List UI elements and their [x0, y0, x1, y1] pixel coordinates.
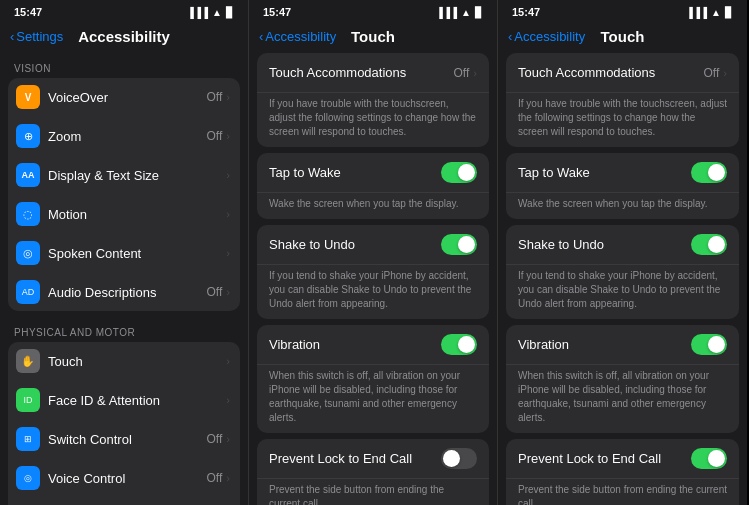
- status-icons-1: ▐▐▐ ▲ ▊: [187, 7, 234, 18]
- tap-to-wake-toggle-3[interactable]: [691, 162, 727, 183]
- back-label-1: Settings: [16, 29, 63, 44]
- wifi-icon-2: ▲: [461, 7, 471, 18]
- tap-to-wake-card: Tap to Wake Wake the screen when you tap…: [257, 153, 489, 219]
- shake-to-undo-card-3: Shake to Undo If you tend to shake your …: [506, 225, 739, 319]
- time-2: 15:47: [263, 6, 291, 18]
- touch-accommodations-card: Touch Accommodations Off › If you have t…: [257, 53, 489, 147]
- signal-icon-2: ▐▐▐: [436, 7, 457, 18]
- prevent-lock-row-3[interactable]: Prevent Lock to End Call: [506, 439, 739, 479]
- touch-accommodations-desc: If you have trouble with the touchscreen…: [257, 93, 489, 147]
- shake-to-undo-card: Shake to Undo If you tend to shake your …: [257, 225, 489, 319]
- list-item[interactable]: AA Display & Text Size ›: [8, 156, 240, 195]
- motion-label: Motion: [48, 207, 226, 222]
- signal-icon: ▐▐▐: [187, 7, 208, 18]
- spoken-icon: ◎: [16, 241, 40, 265]
- tap-to-wake-desc: Wake the screen when you tap the display…: [257, 193, 489, 219]
- back-button-2[interactable]: ‹ Accessibility: [259, 29, 336, 44]
- shake-to-undo-toggle[interactable]: [441, 234, 477, 255]
- list-item[interactable]: ID Face ID & Attention ›: [8, 381, 240, 420]
- touch-label: Touch: [48, 354, 226, 369]
- page-title-2: Touch: [351, 28, 395, 45]
- tap-to-wake-card-3: Tap to Wake Wake the screen when you tap…: [506, 153, 739, 219]
- list-item[interactable]: AD Audio Descriptions Off ›: [8, 273, 240, 311]
- prevent-lock-toggle-3[interactable]: [691, 448, 727, 469]
- vibration-label-3: Vibration: [518, 337, 691, 352]
- prevent-lock-desc: Prevent the side button from ending the …: [257, 479, 489, 505]
- touch-scroll-2: Touch Accommodations Off › If you have t…: [249, 53, 497, 505]
- vibration-row-3[interactable]: Vibration: [506, 325, 739, 365]
- signal-icon-3: ▐▐▐: [686, 7, 707, 18]
- list-item[interactable]: ◎ Voice Control Off ›: [8, 459, 240, 498]
- touch-accommodations-value-3: Off: [704, 66, 720, 80]
- vision-items-group: V VoiceOver Off › ⊕ Zoom Off › AA Displa…: [8, 78, 240, 311]
- tap-to-wake-label-3: Tap to Wake: [518, 165, 691, 180]
- battery-icon-3: ▊: [725, 7, 733, 18]
- status-bar-1: 15:47 ▐▐▐ ▲ ▊: [0, 0, 248, 22]
- vibration-toggle-3[interactable]: [691, 334, 727, 355]
- wifi-icon-3: ▲: [711, 7, 721, 18]
- spoken-label: Spoken Content: [48, 246, 226, 261]
- battery-icon: ▊: [226, 7, 234, 18]
- shake-to-undo-desc-3: If you tend to shake your iPhone by acci…: [506, 265, 739, 319]
- nav-header-1: ‹ Settings Accessibility: [0, 22, 248, 53]
- vibration-row[interactable]: Vibration: [257, 325, 489, 365]
- tap-to-wake-desc-3: Wake the screen when you tap the display…: [506, 193, 739, 219]
- vibration-toggle[interactable]: [441, 334, 477, 355]
- chevron-icon: ›: [226, 433, 230, 445]
- back-label-3: Accessibility: [514, 29, 585, 44]
- switch-value: Off: [207, 432, 223, 446]
- shake-to-undo-row-3[interactable]: Shake to Undo: [506, 225, 739, 265]
- audio-desc-value: Off: [207, 285, 223, 299]
- list-item[interactable]: ▌ Side Button ›: [8, 498, 240, 505]
- switch-label: Switch Control: [48, 432, 207, 447]
- prevent-lock-label: Prevent Lock to End Call: [269, 451, 441, 466]
- back-button-3[interactable]: ‹ Accessibility: [508, 29, 585, 44]
- shake-to-undo-toggle-3[interactable]: [691, 234, 727, 255]
- status-bar-2: 15:47 ▐▐▐ ▲ ▊: [249, 0, 497, 22]
- shake-to-undo-row[interactable]: Shake to Undo: [257, 225, 489, 265]
- list-item[interactable]: ⊞ Switch Control Off ›: [8, 420, 240, 459]
- tap-to-wake-toggle[interactable]: [441, 162, 477, 183]
- status-bar-3: 15:47 ▐▐▐ ▲ ▊: [498, 0, 747, 22]
- tap-to-wake-row-3[interactable]: Tap to Wake: [506, 153, 739, 193]
- vibration-desc: When this switch is off, all vibration o…: [257, 365, 489, 433]
- display-icon: AA: [16, 163, 40, 187]
- chevron-icon: ›: [226, 208, 230, 220]
- touch-accommodations-row-3[interactable]: Touch Accommodations Off ›: [506, 53, 739, 93]
- touch-icon: ✋: [16, 349, 40, 373]
- status-icons-3: ▐▐▐ ▲ ▊: [686, 7, 733, 18]
- settings-list-1: VISION V VoiceOver Off › ⊕ Zoom Off › AA…: [0, 53, 248, 505]
- nav-header-3: ‹ Accessibility Touch: [498, 22, 747, 53]
- prevent-lock-row[interactable]: Prevent Lock to End Call: [257, 439, 489, 479]
- prevent-lock-card: Prevent Lock to End Call Prevent the sid…: [257, 439, 489, 505]
- list-item[interactable]: V VoiceOver Off ›: [8, 78, 240, 117]
- back-button-1[interactable]: ‹ Settings: [10, 29, 63, 44]
- voice-label: Voice Control: [48, 471, 207, 486]
- touch-scroll-3: Touch Accommodations Off › If you have t…: [498, 53, 747, 505]
- back-chevron-3: ‹: [508, 29, 512, 44]
- page-title-3: Touch: [601, 28, 645, 45]
- touch-accommodations-card-3: Touch Accommodations Off › If you have t…: [506, 53, 739, 147]
- page-title-1: Accessibility: [78, 28, 170, 45]
- voiceover-icon: V: [16, 85, 40, 109]
- voiceover-label: VoiceOver: [48, 90, 207, 105]
- back-chevron-1: ‹: [10, 29, 14, 44]
- chevron-icon: ›: [226, 394, 230, 406]
- touch-accommodations-row[interactable]: Touch Accommodations Off ›: [257, 53, 489, 93]
- zoom-label: Zoom: [48, 129, 207, 144]
- physical-items-group: ✋ Touch › ID Face ID & Attention › ⊞ Swi…: [8, 342, 240, 505]
- list-item[interactable]: ◎ Spoken Content ›: [8, 234, 240, 273]
- chevron-icon: ›: [723, 67, 727, 79]
- audio-desc-icon: AD: [16, 280, 40, 304]
- list-item[interactable]: ◌ Motion ›: [8, 195, 240, 234]
- panel-touch-off: 15:47 ▐▐▐ ▲ ▊ ‹ Accessibility Touch Touc…: [249, 0, 498, 505]
- tap-to-wake-label: Tap to Wake: [269, 165, 441, 180]
- motion-icon: ◌: [16, 202, 40, 226]
- battery-icon-2: ▊: [475, 7, 483, 18]
- prevent-lock-toggle[interactable]: [441, 448, 477, 469]
- chevron-icon: ›: [226, 91, 230, 103]
- list-item[interactable]: ⊕ Zoom Off ›: [8, 117, 240, 156]
- chevron-icon: ›: [226, 355, 230, 367]
- list-item[interactable]: ✋ Touch ›: [8, 342, 240, 381]
- tap-to-wake-row[interactable]: Tap to Wake: [257, 153, 489, 193]
